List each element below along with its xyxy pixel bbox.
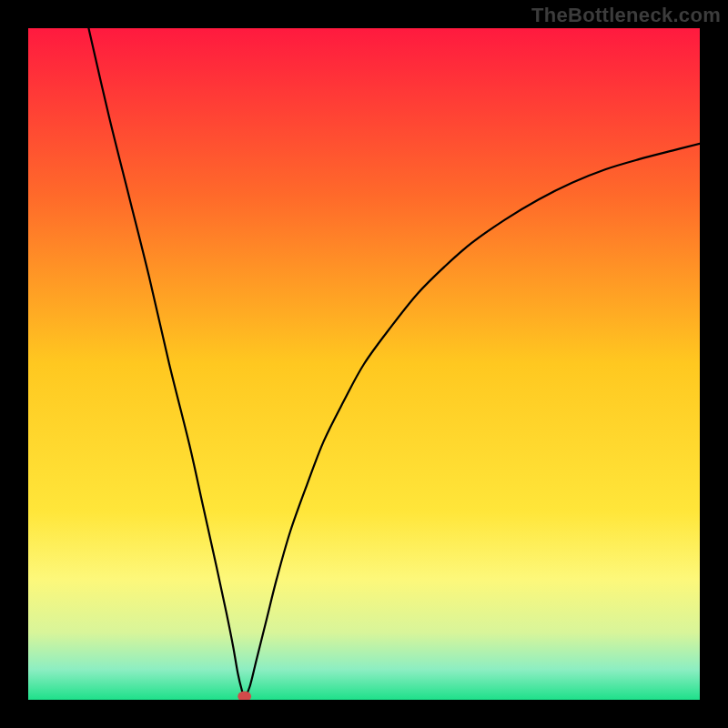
watermark-text: TheBottleneck.com: [531, 4, 721, 27]
chart-frame: [28, 28, 700, 700]
bottleneck-chart: [28, 28, 700, 700]
